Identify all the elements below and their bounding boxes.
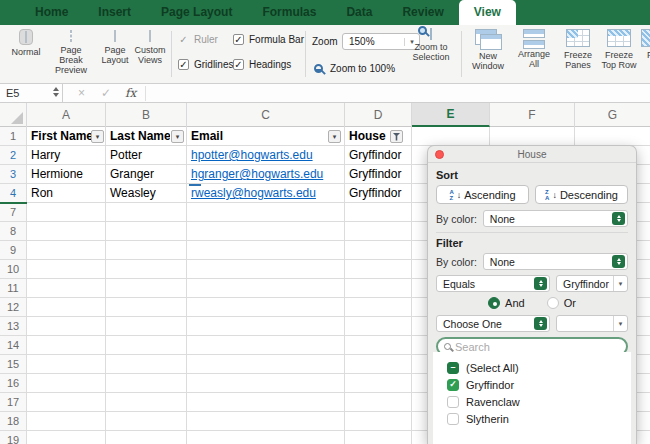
list-item-ravenclaw[interactable]: Ravenclaw <box>447 393 631 410</box>
row-header-17[interactable]: 17 <box>0 393 26 412</box>
row-header-19[interactable]: 19 <box>0 431 26 444</box>
cell-d1[interactable]: House <box>345 127 389 146</box>
dropdown-arrow-icon[interactable]: ▾ <box>613 316 627 331</box>
and-radio[interactable]: And <box>488 297 525 309</box>
cell-d2[interactable]: Gryffindor <box>345 146 411 165</box>
row-header-9[interactable]: 9 <box>0 241 26 260</box>
freeze-panes-button[interactable]: Freeze Panes <box>558 29 598 70</box>
cell-c2-link[interactable]: hpotter@hogwarts.edu <box>187 146 344 165</box>
sort-by-color-dropdown[interactable]: None <box>483 210 628 227</box>
list-item-slytherin[interactable]: Slytherin <box>447 410 631 427</box>
cell-d3[interactable]: Gryffindor <box>345 165 411 184</box>
search-input[interactable] <box>455 341 620 353</box>
first-name-filter-dropdown[interactable]: ▾ <box>91 130 104 143</box>
row-header-15[interactable]: 15 <box>0 355 26 374</box>
ruler-checkbox[interactable]: ✓ Ruler <box>178 34 218 45</box>
row-header-2[interactable]: 2 <box>0 146 26 165</box>
cell-a4[interactable]: Ron <box>27 184 105 203</box>
stepper-icon[interactable] <box>534 277 547 290</box>
last-name-filter-dropdown[interactable]: ▾ <box>171 130 184 143</box>
custom-views-button[interactable]: Custom Views <box>130 29 170 65</box>
cancel-icon[interactable]: × <box>78 86 85 100</box>
page-layout-view-button[interactable]: Page Layout <box>96 29 134 65</box>
filter-value-combobox[interactable]: Gryffindor ▾ <box>556 275 628 292</box>
select-all-corner[interactable] <box>0 103 27 127</box>
arrange-all-button[interactable]: Arrange All <box>512 29 556 69</box>
tab-insert[interactable]: Insert <box>83 0 146 25</box>
list-item-select-all[interactable]: – (Select All) <box>447 359 631 376</box>
row-header-3[interactable]: 3 <box>0 165 26 184</box>
tab-formulas[interactable]: Formulas <box>247 0 331 25</box>
house-filter-applied-dropdown[interactable] <box>390 130 403 143</box>
freeze-column-button[interactable]: Freeze Colu <box>641 29 650 70</box>
freeze-top-row-button[interactable]: Freeze Top Row <box>598 29 640 70</box>
sort-descending-button[interactable]: ZA ↓ Descending <box>535 185 628 204</box>
row-header-18[interactable]: 18 <box>0 412 26 431</box>
enter-icon[interactable]: ✓ <box>101 86 111 100</box>
cell-c4-link[interactable]: rweasly@hogwarts.edu <box>187 184 344 203</box>
row-header-12[interactable]: 12 <box>0 298 26 317</box>
cell-b2[interactable]: Potter <box>106 146 186 165</box>
formula-input[interactable] <box>146 84 650 103</box>
popup-title-bar[interactable]: House <box>428 146 636 163</box>
stepper-icon[interactable] <box>612 255 625 268</box>
insert-function-icon[interactable]: fx <box>125 86 136 100</box>
row-header-4[interactable]: 4 <box>0 184 26 203</box>
close-icon[interactable] <box>435 150 444 159</box>
dropdown-arrow-icon[interactable]: ▾ <box>613 276 627 291</box>
formula-bar-checkbox[interactable]: ✓ Formula Bar <box>233 34 304 45</box>
column-header-f[interactable]: F <box>490 103 575 127</box>
zoom-to-selection-button[interactable]: Zoom to Selection <box>405 29 457 62</box>
headings-checkbox[interactable]: ✓ Headings <box>233 59 291 70</box>
row-header-8[interactable]: 8 <box>0 222 26 241</box>
tab-review[interactable]: Review <box>387 0 458 25</box>
row-header-7[interactable]: 7 <box>0 203 26 222</box>
tab-view[interactable]: View <box>459 0 516 25</box>
column-header-g[interactable]: G <box>575 103 650 127</box>
cell-b3[interactable]: Granger <box>106 165 186 184</box>
name-box[interactable]: E5 <box>0 84 63 103</box>
tab-page-layout[interactable]: Page Layout <box>146 0 247 25</box>
name-box-stepper-icon[interactable] <box>53 87 59 97</box>
tab-data[interactable]: Data <box>331 0 387 25</box>
stepper-icon[interactable] <box>534 317 547 330</box>
row-header-16[interactable]: 16 <box>0 374 26 393</box>
sort-ascending-button[interactable]: AZ ↓ Ascending <box>436 185 529 204</box>
normal-view-button[interactable]: Normal <box>6 29 46 57</box>
gridlines-checkbox[interactable]: ✓ Gridlines <box>178 59 233 70</box>
cell-c3-link[interactable]: hgranger@hogwarts.edu <box>187 165 344 184</box>
second-value-combobox[interactable]: ▾ <box>556 315 628 332</box>
list-item-gryffindor[interactable]: ✓ Gryffindor <box>447 376 631 393</box>
cell-b4[interactable]: Weasley <box>106 184 186 203</box>
second-operator-dropdown[interactable]: Choose One <box>436 315 550 332</box>
zoom-to-100-button[interactable]: Zoom to 100% <box>314 63 395 74</box>
cell-b1[interactable]: Last Name <box>106 127 170 146</box>
column-header-c[interactable]: C <box>187 103 345 127</box>
unchecked-checkbox-icon[interactable] <box>447 396 459 408</box>
row-header-10[interactable]: 10 <box>0 260 26 279</box>
indeterminate-checkbox-icon[interactable]: – <box>447 362 459 374</box>
email-filter-dropdown[interactable]: ▾ <box>328 130 341 143</box>
cell-a3[interactable]: Hermione <box>27 165 105 184</box>
row-header-11[interactable]: 11 <box>0 279 26 298</box>
row-header-1[interactable]: 1 <box>0 127 26 146</box>
row-header-13[interactable]: 13 <box>0 317 26 336</box>
column-header-b[interactable]: B <box>106 103 187 127</box>
unchecked-checkbox-icon[interactable] <box>447 413 459 425</box>
column-header-a[interactable]: A <box>27 103 106 127</box>
column-header-d[interactable]: D <box>345 103 412 127</box>
cell-a1[interactable]: First Name <box>27 127 91 146</box>
new-window-button[interactable]: New Window <box>466 29 510 71</box>
cell-c1[interactable]: Email <box>187 127 327 146</box>
checked-checkbox-icon[interactable]: ✓ <box>447 379 459 391</box>
row-header-14[interactable]: 14 <box>0 336 26 355</box>
page-break-preview-button[interactable]: Page Break Preview <box>48 29 94 75</box>
tab-home[interactable]: Home <box>20 0 83 25</box>
cell-d4[interactable]: Gryffindor <box>345 184 411 203</box>
or-radio[interactable]: Or <box>547 297 576 309</box>
filter-operator-dropdown[interactable]: Equals <box>436 275 550 292</box>
cell-a2[interactable]: Harry <box>27 146 105 165</box>
filter-by-color-dropdown[interactable]: None <box>483 253 628 270</box>
stepper-icon[interactable] <box>612 212 625 225</box>
column-header-e-selected[interactable]: E <box>412 103 490 127</box>
